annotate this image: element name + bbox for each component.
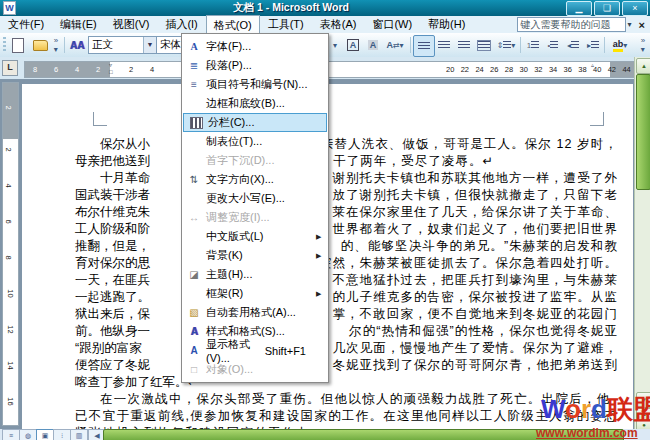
menu-item[interactable]: A字体(F)... <box>182 37 328 56</box>
first-line-indent-marker[interactable]: ▿ <box>109 61 112 68</box>
menubar-item[interactable]: 窗口(W) <box>364 15 420 35</box>
menu-item[interactable]: ◪主题(H)... <box>182 265 328 284</box>
menu-item[interactable]: ↔调整宽度(I)... <box>182 208 328 227</box>
menu-item[interactable]: 边框和底纹(B)... <box>182 94 328 113</box>
text-boundary-mark-left <box>93 112 107 126</box>
character-shading-button[interactable]: A <box>363 35 383 55</box>
text-run: 尔的“热情和倔强”的性格，保尔也觉得冬妮亚 <box>349 323 618 340</box>
menubar-item[interactable]: 帮助(H) <box>420 15 473 35</box>
numbered-list-button[interactable]: 1 <box>523 35 543 55</box>
document-text-line[interactable]: 工人阶级和阶世界都着火了，奴隶们起义了，他们要把旧世界 <box>75 221 618 238</box>
new-document-button[interactable] <box>8 35 28 55</box>
vertical-scrollbar[interactable]: ▲ ▼ ▲ ● ▼ <box>634 57 650 440</box>
reading-layout-view-button[interactable]: ▥ <box>70 429 88 440</box>
line-spacing-button[interactable]: ⇕▾ <box>494 35 518 55</box>
chevron-down-icon[interactable]: ▼ <box>143 37 156 53</box>
minimize-button[interactable]: ▁ <box>566 1 592 16</box>
menubar-item[interactable]: 插入(I) <box>157 15 205 35</box>
restore-button[interactable]: ❏ <box>594 1 620 16</box>
window-title: 文档 1 - Microsoft Word <box>16 1 566 15</box>
distribute-button[interactable] <box>474 35 494 55</box>
outline-view-button[interactable]: ⁝ <box>53 429 71 440</box>
menubar-item[interactable]: 视图(V) <box>105 15 158 35</box>
menu-item[interactable]: 分栏(C)... <box>183 113 327 132</box>
increase-indent-button[interactable]: ▸ <box>583 35 603 55</box>
open-button[interactable] <box>30 35 50 55</box>
menu-item-label: 主题(H)... <box>206 267 316 282</box>
document-text-line[interactable]: 在一次激战中，保尔头部受了重伤。但他以惊人的顽强毅力战胜了死亡。出院后，他 <box>75 391 618 408</box>
decrease-indent-button[interactable]: ◂ <box>563 35 583 55</box>
document-text-line[interactable]: 布尔什维克朱莱在保尔家里住了几天，给保尔讲了关于革命、 <box>75 204 618 221</box>
vertical-ruler[interactable]: 2246810121416 <box>2 82 19 426</box>
vertical-scroll-thumb[interactable] <box>636 74 650 190</box>
text-run: 世界都着火了，奴隶们起义了，他们要把旧世界 <box>332 221 618 238</box>
document-text-line[interactable]: 育对保尔的思突然，朱赫莱被匪徒抓去了。保尔急着四处打听。 <box>75 255 618 272</box>
document-text-line[interactable]: 前。他纵身一尔的“热情和倔强”的性格，保尔也觉得冬妮亚 <box>75 323 618 340</box>
ruler-number: 2 <box>4 105 13 109</box>
document-text-line[interactable]: 推翻，但是，的、能够坚决斗争的弟兄。”朱赫莱的启发和教 <box>75 238 618 255</box>
character-scale-button[interactable]: A⇄▾ <box>383 35 407 55</box>
highlight-button[interactable]: ab▾ <box>607 35 633 55</box>
help-question-input[interactable]: 键入需要帮助的问题 <box>517 17 626 32</box>
watermark-letter: r <box>581 394 591 424</box>
menu-item[interactable]: 中文版式(L)▶ <box>182 227 328 246</box>
menu-item[interactable]: 更改大小写(E)... <box>182 189 328 208</box>
document-text-line[interactable]: “跟别的富家几次见面，慢慢地产生了爱情。保尔为了避难， <box>75 340 618 357</box>
document-text-line[interactable]: 十月革命谢别托夫卡镇也和苏联其他地方一样，遭受了外 <box>75 170 618 187</box>
autoformat-icon: ▧ <box>182 307 206 318</box>
toolbar-grip[interactable] <box>3 37 6 53</box>
menubar-item[interactable]: 编辑(E) <box>52 15 105 35</box>
ruler-number: 6 <box>4 219 13 223</box>
close-button[interactable]: × <box>622 1 648 16</box>
toolbar-overflow-button[interactable]: »▾ <box>50 35 62 55</box>
web-layout-view-button[interactable]: ◍ <box>19 429 37 440</box>
normal-view-button[interactable]: ≡ <box>2 429 20 440</box>
menubar-item[interactable]: 格式(O) <box>206 15 260 35</box>
document-text-line[interactable]: 便答应了冬妮冬妮亚找到了保尔的哥哥阿尔青，他把弟弟送到 <box>75 357 618 374</box>
close-document-icon[interactable]: × <box>634 19 650 31</box>
ruler-number: 4 <box>150 65 154 74</box>
help-dropdown-icon[interactable]: ▾ <box>626 20 634 29</box>
document-text-line[interactable]: 狱出来后，保掌，不敢回家，便不自觉地来到冬妮亚的花园门 <box>75 306 618 323</box>
toolbar-options-button[interactable]: »▾ <box>637 35 649 55</box>
menu-item[interactable]: ▧自动套用格式(A)... <box>182 303 328 322</box>
font-size-dropdown-icon[interactable]: ▾ <box>330 35 340 55</box>
menubar-item[interactable]: 工具(T) <box>260 15 312 35</box>
document-text-line[interactable]: 已不宜于重返前线,便参加恢复和建设国家的工作。在这里他同样以工人阶级主人翁的姿态 <box>75 408 618 425</box>
tab-selector-button[interactable]: L <box>2 60 18 76</box>
document-text-line[interactable]: 母亲把他送到干了两年，受尽了凌辱。↵ <box>75 153 618 170</box>
align-right-icon <box>458 41 470 50</box>
menu-item[interactable]: 制表位(T)... <box>182 132 328 151</box>
menu-item[interactable]: □对象(O)... <box>182 360 328 379</box>
menubar-item[interactable]: 表格(A) <box>312 15 365 35</box>
scroll-up-button[interactable]: ▲ <box>636 58 650 74</box>
menu-item[interactable]: 框架(R)▶ <box>182 284 328 303</box>
style-combobox[interactable]: 正文▼ <box>88 36 157 54</box>
bullets-numbering-icon: ≡ <box>182 79 206 90</box>
menu-item[interactable]: 背景(K)▶ <box>182 246 328 265</box>
menu-item[interactable]: ≡项目符号和编号(N)... <box>182 75 328 94</box>
menu-item-label: 背景(K) <box>206 248 316 263</box>
document-text-line[interactable]: 保尔从小亲替人洗衣、做饭，哥哥是工人。保尔 12 岁时， <box>75 136 618 153</box>
right-indent-marker[interactable]: ▵ <box>591 61 594 68</box>
menu-item[interactable]: 首字下沉(D)... <box>182 151 328 170</box>
ruler-number: 34 <box>549 65 557 74</box>
print-layout-view-button[interactable]: ▣ <box>36 429 54 440</box>
bulleted-list-button[interactable]: • <box>543 35 563 55</box>
document-text-line[interactable]: 喀查丁参加了红军。↵ <box>75 374 618 391</box>
hanging-indent-marker[interactable]: □ <box>109 69 113 75</box>
ruler-number: 2 <box>4 147 13 151</box>
menubar-item[interactable]: 文件(F) <box>0 15 52 35</box>
menu-item[interactable]: ≣段落(P)... <box>182 56 328 75</box>
character-border-button[interactable]: A <box>343 35 363 55</box>
menu-item[interactable]: ⇅文字方向(X)... <box>182 170 328 189</box>
horizontal-ruler[interactable]: 86422420222426283032343638404244 ▿ □ ▵ <box>24 61 635 78</box>
styles-and-formatting-icon[interactable]: AA <box>67 35 87 55</box>
menu-item[interactable]: A显示格式(V)...Shift+F1 <box>182 341 328 360</box>
justify-button[interactable] <box>413 35 435 57</box>
document-text-line[interactable]: 国武装干涉者放了谢别托夫卡镇，但很快就撤走了，只留下老 <box>75 187 618 204</box>
document-text-line[interactable]: 一天，在匪兵不意地猛扑过去，把匪兵打到壕沟里，与朱赫莱 <box>75 272 618 289</box>
align-center-button[interactable] <box>434 35 454 55</box>
align-right-button[interactable] <box>454 35 474 55</box>
document-text-line[interactable]: 一起逃跑了。的儿子维克多的告密，保尔被投进了监牢。从监 <box>75 289 618 306</box>
